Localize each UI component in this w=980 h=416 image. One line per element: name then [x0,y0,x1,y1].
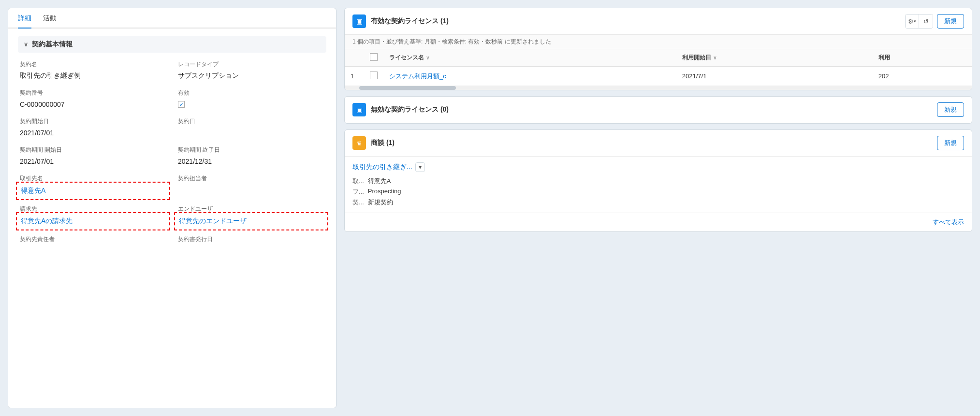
sort-icon-license: ∨ [426,55,429,60]
opportunities-card: ♛ 商談 (1) 新規 取引先の引き継ぎ... ▾ 取... 得意先A フ...… [344,129,972,232]
inactive-licenses-header: ▣ 無効な契約ライセンス (0) 新規 [345,97,972,123]
field-record-type: レコードタイプ サブスクリプション ✎ [178,60,324,81]
table-header-row: ライセンス名 ∨ 利用開始日 ∨ 利用 [345,49,972,67]
opp-link-row: 取引先の引き継ぎ... ▾ [352,162,964,172]
settings-refresh-group: ⚙ ▾ ↺ [905,14,933,29]
gear-dropdown-icon: ▾ [914,19,916,24]
th-license-name[interactable]: ライセンス名 ∨ [383,49,676,67]
opp-key-0: 取... [352,177,364,186]
value-period-start: 2021/07/01 ✎ [20,156,166,167]
show-all-link[interactable]: すべて表示 [345,213,972,231]
inactive-licenses-card: ▣ 無効な契約ライセンス (0) 新規 [344,96,972,124]
field-issue-date: 契約書発行日 ✎ [178,235,324,256]
settings-button[interactable]: ⚙ ▾ [906,14,919,28]
field-contract-responsible: 契約先責任者 ✎ [20,235,166,256]
opportunities-new-button[interactable]: 新規 [937,136,964,150]
field-valid: 有効 ✓ ✎ [178,89,324,110]
document-icon: ▣ [356,17,363,25]
opp-key-2: 契... [352,198,364,207]
opp-dropdown-button[interactable]: ▾ [415,162,425,172]
th-start-date[interactable]: 利用開始日 ∨ [676,49,873,67]
row-usage: 202 [873,67,972,86]
scroll-thumb [359,86,456,90]
inactive-licenses-new-button[interactable]: 新規 [937,102,964,117]
th-start-date-label: 利用開始日 [682,54,711,62]
active-licenses-actions: ⚙ ▾ ↺ 新規 [905,14,964,29]
value-billing-address[interactable]: 得意先Aの請求先 ✎ [21,216,165,227]
label-period-end: 契約期間 終了日 [178,146,324,154]
active-licenses-title: 有効な契約ライセンス (1) [371,17,900,26]
value-contract-name: 取引先の引き継ぎ例 ✎ [20,71,166,81]
section-header: ∨ 契約基本情報 [18,36,326,53]
label-valid: 有効 [178,89,324,97]
inactive-licenses-icon: ▣ [352,103,366,116]
th-usage: 利用 [873,49,972,67]
value-contract-responsible: ✎ [20,245,166,256]
tab-bar: 詳細 活動 [8,8,336,29]
value-valid: ✓ ✎ [178,99,324,110]
value-end-user[interactable]: 得意先のエンドユーザ ✎ [179,216,323,227]
table-row: 1 システム利用月額_c 2021/7/1 202 [345,67,972,86]
tab-activity[interactable]: 活動 [43,8,57,29]
th-checkbox [364,49,383,67]
valid-checkbox[interactable]: ✓ [178,101,185,108]
section-chevron-icon[interactable]: ∨ [24,41,28,48]
refresh-icon: ↺ [923,18,929,25]
field-contract-number: 契約番号 C-0000000007 [20,89,166,110]
field-contract-manager: 契約担当者 ✎ [178,174,324,197]
field-period-end: 契約期間 終了日 2021/12/31 ✎ [178,146,324,167]
horizontal-scrollbar[interactable] [345,86,972,90]
active-licenses-new-button[interactable]: 新規 [937,14,964,29]
gear-icon: ⚙ [908,18,914,25]
field-billing-address: 請求先 得意先Aの請求先 ✎ [20,205,166,228]
value-issue-date: ✎ [178,245,324,256]
opp-link[interactable]: 取引先の引き継ぎ... [352,163,412,172]
label-period-start: 契約期間 開始日 [20,146,166,154]
document-icon-2: ▣ [356,106,363,114]
opportunities-title: 商談 (1) [371,139,932,147]
opportunities-icon: ♛ [352,136,366,150]
header-checkbox[interactable] [370,53,378,61]
opp-fields: 取... 得意先A フ... Prospecting 契... 新規契約 [352,177,964,207]
th-license-name-label: ライセンス名 [389,54,424,62]
row-start-date: 2021/7/1 [676,67,873,86]
inactive-licenses-actions: 新規 [937,102,964,117]
row-number: 1 [345,67,364,86]
inactive-licenses-title: 無効な契約ライセンス (0) [371,105,932,114]
refresh-button[interactable]: ↺ [919,14,933,28]
field-period-start: 契約期間 開始日 2021/07/01 ✎ [20,146,166,167]
opp-val-2: 新規契約 [368,198,964,207]
tab-detail[interactable]: 詳細 [18,8,31,29]
value-account-name[interactable]: 得意先A ✎ [21,186,165,196]
contract-basic-info-section: ∨ 契約基本情報 契約名 取引先の引き継ぎ例 ✎ レコードタイプ サブスクリプシ… [18,36,326,256]
active-licenses-card: ▣ 有効な契約ライセンス (1) ⚙ ▾ ↺ 新規 1 個の項目・並び替え基準:… [344,8,972,90]
end-user-dashed-box: 得意先のエンドユーザ ✎ [174,212,328,230]
field-contract-name: 契約名 取引先の引き継ぎ例 ✎ [20,60,166,81]
opp-val-1: Prospecting [368,187,964,196]
billing-address-dashed-box: 得意先Aの請求先 ✎ [16,212,170,230]
active-licenses-icon: ▣ [352,14,366,28]
section-title: 契約基本情報 [32,40,73,49]
crown-icon: ♛ [356,140,362,147]
value-start-date: 2021/07/01 ✎ [20,128,166,138]
row-checkbox[interactable] [370,72,378,79]
label-contract-date: 契約日 [178,117,324,126]
field-account-name: 取引先名 得意先A ✎ [20,174,166,197]
label-issue-date: 契約書発行日 [178,235,324,244]
label-contract-number: 契約番号 [20,89,166,97]
row-license-name[interactable]: システム利用月額_c [383,67,676,86]
value-contract-number: C-0000000007 [20,99,166,110]
label-contract-name: 契約名 [20,60,166,69]
opportunities-actions: 新規 [937,136,964,150]
right-panel: ▣ 有効な契約ライセンス (1) ⚙ ▾ ↺ 新規 1 個の項目・並び替え基準:… [344,8,972,408]
value-contract-manager: ✎ [178,185,324,195]
row-checkbox-cell [364,67,383,86]
opp-val-0: 得意先A [368,177,964,186]
label-contract-responsible: 契約先責任者 [20,235,166,244]
opp-key-1: フ... [352,187,364,196]
th-usage-label: 利用 [878,54,890,61]
left-panel: 詳細 活動 ∨ 契約基本情報 契約名 取引先の引き継ぎ例 ✎ レコードタイプ サ… [8,8,336,408]
field-contract-date: 契約日 ✎ [178,117,324,138]
active-licenses-table: ライセンス名 ∨ 利用開始日 ∨ 利用 [345,49,972,86]
account-name-dashed-box: 得意先A ✎ [16,182,170,200]
